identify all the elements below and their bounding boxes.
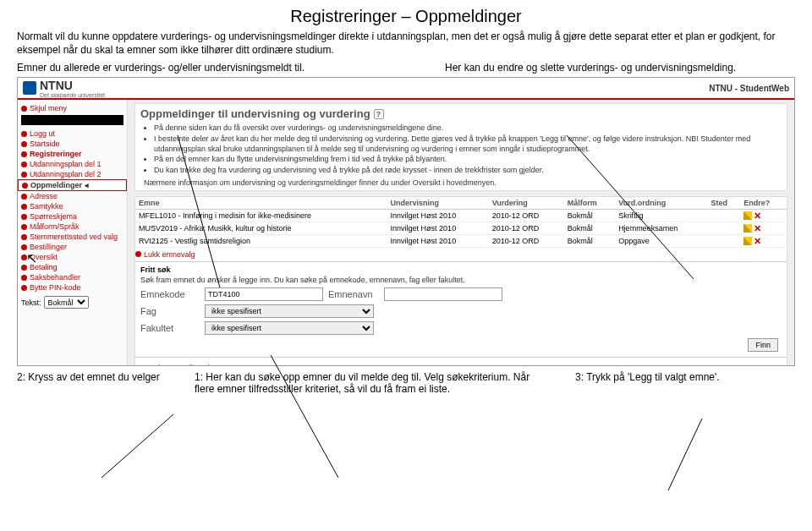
delete-icon[interactable]: ✕ xyxy=(754,237,762,245)
table-cell: Hjemmeeksamen xyxy=(615,222,707,234)
sidebar-item-label: Registreringer xyxy=(30,150,82,158)
table-cell: 2010-12 ORD xyxy=(489,234,564,247)
table-cell xyxy=(708,234,741,247)
annotation-2: 2: Kryss av det emnet du velger xyxy=(17,371,169,395)
sidebar-item[interactable]: Samtykke xyxy=(18,201,127,211)
sidebar-item[interactable]: Startside xyxy=(18,139,127,149)
edit-icon[interactable] xyxy=(743,211,752,220)
annotation-1: 1: Her kan du søke opp emner du vil meld… xyxy=(195,371,550,395)
ntnu-logo: NTNU Det skapande universitet xyxy=(23,79,105,98)
studentweb-screenshot: ↖ NTNU Det skapande universitet NTNU - S… xyxy=(17,77,795,366)
delete-icon[interactable]: ✕ xyxy=(754,211,762,220)
callout-left: Emner du allerede er vurderings- og/elle… xyxy=(17,62,445,74)
info-bullets: På denne siden kan du få oversikt over v… xyxy=(140,120,782,178)
info-icon[interactable]: ? xyxy=(374,109,384,119)
bullet-icon xyxy=(21,106,27,112)
bullet-icon xyxy=(21,161,27,167)
finn-button[interactable]: Finn xyxy=(748,338,778,352)
bullet-icon xyxy=(21,275,27,281)
table-row: MUSV2019 - Afrika: Musikk, kultur og his… xyxy=(135,222,787,234)
table-cell: Bokmål xyxy=(564,234,615,247)
sidebar-item[interactable]: Målform/Språk xyxy=(18,222,127,232)
sidebar-item[interactable]: Stemmerettssted ved valg xyxy=(18,232,127,242)
result-title: Resultatet av ditt søk: xyxy=(140,361,782,366)
more-info-link[interactable]: Nærmere informasjon om undervisning og v… xyxy=(140,178,782,187)
fag-label: Fag xyxy=(140,306,200,316)
lukk-emnevalg[interactable]: Lukk emnevalg xyxy=(135,248,787,261)
table-cell: RVI2125 - Vestlig samtidsreligion xyxy=(135,234,387,247)
fakultet-select[interactable]: ikke spesifisert xyxy=(205,321,374,335)
sidebar-item[interactable]: Bytte PIN-kode xyxy=(18,282,127,293)
delete-icon[interactable]: ✕ xyxy=(754,224,762,233)
info-bullet: Du kan trekke deg fra vurdering og under… xyxy=(154,166,782,176)
sidebar-redacted xyxy=(21,115,123,125)
table-cell xyxy=(708,222,741,234)
bullet-icon xyxy=(21,131,27,137)
sidebar-item[interactable]: Oppmeldinger◂ xyxy=(18,179,127,191)
bullet-icon xyxy=(21,234,27,240)
sidebar-item-label: Oppmeldinger xyxy=(30,181,82,189)
sidebar-item[interactable]: Spørreskjema xyxy=(18,211,127,222)
table-cell: Bokmål xyxy=(564,222,615,234)
emnenavn-label: Emnenavn xyxy=(328,289,379,299)
bullet-icon xyxy=(135,251,141,257)
endre-cell: ✕ xyxy=(740,209,787,222)
sidebar-item[interactable]: Utdanningsplan del 2 xyxy=(18,169,127,179)
bullet-icon xyxy=(21,285,27,291)
sidebar-item[interactable]: Adresse xyxy=(18,191,127,201)
bullet-icon xyxy=(21,194,27,200)
ntnu-mark-icon xyxy=(23,81,36,95)
table-header: Endre? xyxy=(740,197,787,210)
sidebar-item-label: Saksbehandler xyxy=(30,273,80,282)
bullet-icon xyxy=(21,214,27,220)
sidebar-item[interactable]: Registreringer xyxy=(18,149,127,159)
info-bullet: På denne siden kan du få oversikt over v… xyxy=(154,123,782,134)
ntnu-logo-sub: Det skapande universitet xyxy=(40,92,105,98)
endre-cell: ✕ xyxy=(740,222,787,234)
tekst-label: Tekst: xyxy=(21,298,41,307)
svg-line-4 xyxy=(668,419,702,490)
table-cell: 2010-12 ORD xyxy=(489,209,564,222)
sidebar-item-label: Utdanningsplan del 2 xyxy=(30,170,102,178)
sidebar-skjul[interactable]: Skjul meny xyxy=(18,103,127,113)
info-bullet: I bestemte deler av året kan du her meld… xyxy=(154,134,782,154)
active-arrow-icon: ◂ xyxy=(85,181,89,189)
edit-icon[interactable] xyxy=(743,237,752,245)
header-app-name: NTNU - StudentWeb xyxy=(709,84,789,93)
fag-select[interactable]: ikke spesifisert xyxy=(205,304,374,318)
table-header: Vurdering xyxy=(489,197,564,210)
table-cell: Innvilget Høst 2010 xyxy=(387,209,489,222)
table-cell xyxy=(708,209,741,222)
sidebar-item[interactable]: Saksbehandler xyxy=(18,272,127,282)
emnekode-input[interactable] xyxy=(205,287,323,301)
table-row: MFEL1010 - Innføring i medisin for ikke-… xyxy=(135,209,787,222)
app-header: NTNU Det skapande universitet NTNU - Stu… xyxy=(18,78,794,100)
sidebar-item[interactable]: Utdanningsplan del 1 xyxy=(18,159,127,169)
info-bullet: På en del emner kan du flytte undervisni… xyxy=(154,155,782,165)
table-cell: MFEL1010 - Innføring i medisin for ikke-… xyxy=(135,209,387,222)
sidebar-item-label: Bytte PIN-kode xyxy=(30,283,81,292)
table-cell: Skriftlig xyxy=(615,209,707,222)
tekst-select[interactable]: Bokmål xyxy=(44,296,89,309)
svg-line-2 xyxy=(102,414,173,478)
emnenavn-input[interactable] xyxy=(384,287,502,301)
emne-table: EmneUndervisningVurderingMålformVurd.ord… xyxy=(135,197,787,248)
sidebar-item-label: Stemmerettssted ved valg xyxy=(30,233,118,241)
table-header: Vurd.ordning xyxy=(615,197,707,210)
sidebar-item-label: Spørreskjema xyxy=(30,212,77,221)
bullet-icon xyxy=(21,204,27,210)
edit-icon[interactable] xyxy=(743,224,752,233)
table-header: Sted xyxy=(708,197,741,210)
table-cell: MUSV2019 - Afrika: Musikk, kultur og his… xyxy=(135,222,387,234)
endre-cell: ✕ xyxy=(740,234,787,247)
panel-emne-table: EmneUndervisningVurderingMålformVurd.ord… xyxy=(134,196,787,366)
sidebar-item-label: Utdanningsplan del 1 xyxy=(30,160,102,168)
fakultet-label: Fakultet xyxy=(140,323,200,333)
bullet-icon xyxy=(21,141,27,147)
panel-title: Oppmeldinger til undervisning og vurderi… xyxy=(140,107,782,120)
ntnu-logo-text: NTNU xyxy=(40,79,73,92)
sidebar-item-label: Skjul meny xyxy=(30,104,67,112)
sidebar-item[interactable]: Logg ut xyxy=(18,129,127,139)
table-cell: Oppgave xyxy=(615,234,707,247)
cursor-icon: ↖ xyxy=(26,250,37,266)
